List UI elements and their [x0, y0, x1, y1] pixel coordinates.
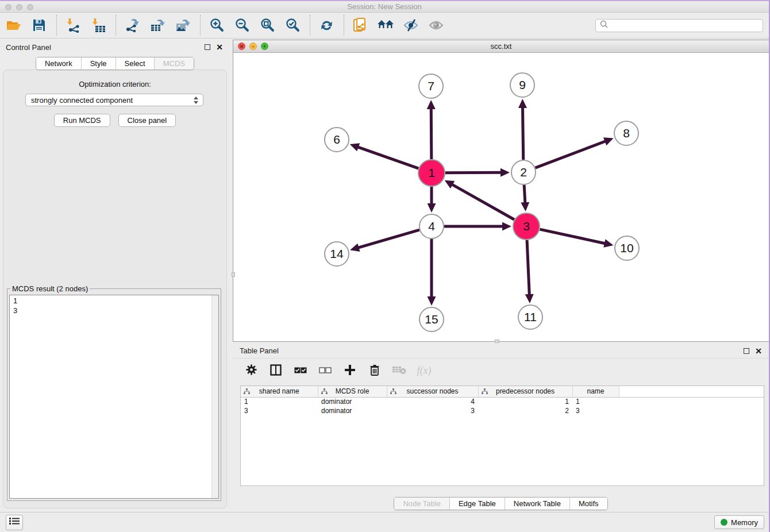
- column-header-mcds-role[interactable]: MCDS role: [318, 386, 387, 397]
- delete-entry-button[interactable]: [368, 364, 382, 378]
- close-panel-icon[interactable]: ✕: [755, 348, 762, 354]
- graph-edge[interactable]: [445, 172, 502, 173]
- cell-predecessor-nodes[interactable]: 2: [478, 406, 572, 415]
- control-panel: Control Panel ✕ Network Style Select MCD…: [0, 40, 230, 511]
- graph-edge[interactable]: [540, 229, 605, 244]
- tab-mcds[interactable]: MCDS: [154, 57, 194, 70]
- graph-node-label: 11: [524, 310, 537, 323]
- duplicate-network-button[interactable]: [351, 16, 369, 34]
- show-columns-button[interactable]: [269, 364, 283, 378]
- zoom-fit-button[interactable]: [258, 16, 276, 34]
- graph-edge-arrowhead: [603, 239, 613, 248]
- export-network-button[interactable]: [123, 16, 141, 34]
- graph-edge[interactable]: [431, 108, 432, 159]
- zoom-out-icon: [234, 18, 249, 33]
- task-history-button[interactable]: [6, 515, 23, 530]
- open-folder-button[interactable]: [5, 16, 23, 34]
- mcds-panel: Optimization criterion: strongly connect…: [3, 70, 227, 508]
- toolbar-separator: [310, 15, 310, 36]
- mcds-result-title: MCDS result (2 nodes): [10, 284, 90, 293]
- graph-node-label: 1: [428, 166, 435, 179]
- table-settings-button[interactable]: [244, 364, 258, 378]
- delete-table-button: [392, 364, 406, 378]
- cell-shared-name[interactable]: 3: [241, 406, 318, 415]
- cell-successor-nodes[interactable]: 3: [387, 406, 478, 415]
- import-network-button[interactable]: [64, 16, 82, 34]
- cell-successor-nodes[interactable]: 4: [387, 397, 478, 406]
- graph-edge[interactable]: [536, 141, 606, 168]
- close-panel-icon[interactable]: ✕: [216, 44, 223, 50]
- deselect-all-button[interactable]: [318, 364, 332, 378]
- import-table-button[interactable]: [89, 16, 107, 34]
- cell-name[interactable]: 1: [572, 397, 619, 406]
- cell-mcds-role[interactable]: dominator: [318, 406, 387, 415]
- close-panel-button[interactable]: Close panel: [118, 114, 176, 127]
- hide-selected-button[interactable]: [402, 16, 420, 34]
- deselect-all-icon: [319, 366, 332, 376]
- table-panel-title: Table Panel: [240, 346, 279, 355]
- table-panel: Table Panel ✕ f(x): [233, 344, 769, 512]
- column-header-successor-nodes[interactable]: successor nodes: [387, 386, 478, 397]
- refresh-layout-button[interactable]: [317, 16, 336, 34]
- cell-mcds-role[interactable]: dominator: [318, 397, 387, 406]
- graph-edge[interactable]: [524, 185, 525, 203]
- hierarchy-icon: [482, 388, 488, 396]
- export-table-button[interactable]: [148, 16, 167, 34]
- search-box[interactable]: [595, 19, 763, 32]
- zoom-in-icon: [209, 18, 224, 33]
- tab-network[interactable]: Network: [36, 57, 81, 70]
- splitter-handle[interactable]: [232, 272, 235, 277]
- graph-edge[interactable]: [357, 230, 419, 248]
- control-panel-title: Control Panel: [6, 43, 51, 52]
- scrollbar[interactable]: [211, 295, 218, 498]
- application-window: Session: New Session: [0, 0, 770, 532]
- graph-edge-arrowhead: [350, 244, 360, 252]
- tab-motifs[interactable]: Motifs: [569, 498, 607, 510]
- memory-button[interactable]: Memory: [714, 515, 764, 529]
- zoom-selected-button[interactable]: [283, 16, 302, 34]
- tab-node-table[interactable]: Node Table: [394, 498, 449, 510]
- zoom-in-button[interactable]: [207, 16, 226, 34]
- export-image-button[interactable]: [174, 16, 192, 34]
- network-close-button[interactable]: ✕: [238, 43, 245, 50]
- function-builder-button: f(x): [417, 364, 431, 378]
- network-minimize-button[interactable]: −: [249, 43, 257, 50]
- hierarchy-icon: [321, 388, 328, 396]
- network-graph[interactable]: 7968124314101511: [233, 53, 769, 341]
- graph-edge[interactable]: [357, 147, 419, 168]
- column-header-name[interactable]: name: [572, 386, 619, 397]
- tab-select[interactable]: Select: [116, 57, 154, 70]
- run-mcds-button[interactable]: Run MCDS: [54, 114, 110, 127]
- cell-name[interactable]: 3: [572, 406, 619, 415]
- window-close-button[interactable]: [5, 4, 11, 10]
- tab-network-table[interactable]: Network Table: [505, 498, 569, 510]
- window-minimize-button[interactable]: [16, 4, 22, 10]
- network-window-titlebar[interactable]: ✕ − + scc.txt: [233, 40, 769, 53]
- float-panel-icon[interactable]: [744, 348, 749, 354]
- cell-predecessor-nodes[interactable]: 1: [478, 397, 572, 406]
- window-zoom-button[interactable]: [27, 4, 33, 10]
- network-canvas[interactable]: 7968124314101511: [233, 53, 769, 341]
- graph-edge-arrowhead: [518, 99, 527, 108]
- graph-node-label: 9: [519, 78, 526, 91]
- tab-style[interactable]: Style: [81, 57, 116, 70]
- add-entry-button[interactable]: [343, 364, 357, 378]
- search-input[interactable]: [609, 20, 763, 32]
- mcds-result-area[interactable]: 1 3: [9, 295, 219, 499]
- column-header-shared-name[interactable]: shared name: [241, 386, 318, 397]
- splitter-handle[interactable]: [495, 340, 499, 343]
- graph-edge[interactable]: [523, 107, 523, 160]
- graph-edge[interactable]: [452, 184, 514, 220]
- zoom-out-button[interactable]: [233, 16, 251, 34]
- save-button[interactable]: [30, 16, 48, 34]
- float-panel-icon[interactable]: [205, 44, 210, 50]
- criterion-select[interactable]: strongly connected component: [25, 94, 203, 106]
- ndex-homes-button[interactable]: [376, 16, 395, 34]
- network-maximize-button[interactable]: +: [261, 43, 268, 50]
- select-all-button[interactable]: [294, 364, 307, 378]
- column-header-predecessor-nodes[interactable]: predecessor nodes: [478, 386, 572, 397]
- cell-shared-name[interactable]: 1: [241, 397, 318, 406]
- graph-edge[interactable]: [527, 240, 529, 295]
- tab-edge-table[interactable]: Edge Table: [449, 498, 505, 510]
- toolbar-separator: [344, 15, 344, 36]
